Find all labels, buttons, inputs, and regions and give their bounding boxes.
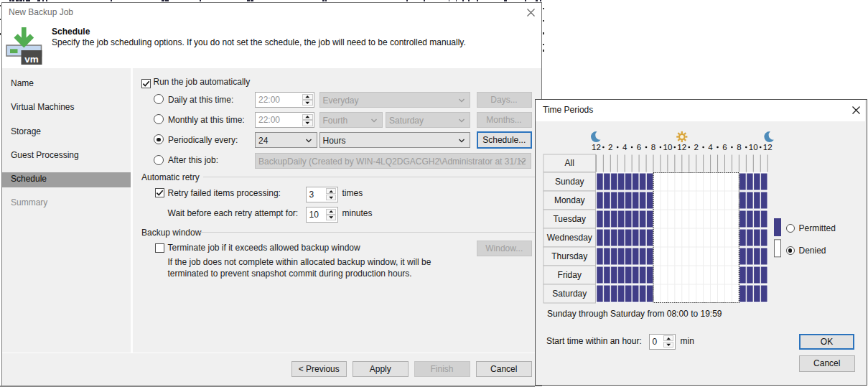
- svg-text:10: 10: [749, 142, 758, 151]
- svg-text:Saturday: Saturday: [552, 289, 587, 299]
- svg-text:4: 4: [622, 142, 627, 151]
- svg-text:10: 10: [663, 142, 672, 151]
- svg-text:2: 2: [694, 142, 698, 151]
- svg-text:6: 6: [722, 142, 727, 151]
- svg-text:8: 8: [737, 142, 741, 151]
- svg-text:Sunday: Sunday: [555, 177, 584, 187]
- svg-text:Friday: Friday: [558, 270, 582, 280]
- svg-text:12: 12: [592, 142, 601, 151]
- svg-text:2: 2: [608, 142, 612, 151]
- svg-text:12: 12: [763, 142, 773, 151]
- svg-text:12: 12: [677, 142, 686, 151]
- svg-text:Tuesday: Tuesday: [553, 214, 586, 224]
- svg-text:6: 6: [637, 142, 641, 151]
- svg-text:8: 8: [651, 142, 655, 151]
- svg-text:4: 4: [708, 142, 713, 151]
- svg-text:Monday: Monday: [554, 195, 585, 205]
- svg-text:Wednesday: Wednesday: [547, 233, 592, 243]
- svg-text:Thursday: Thursday: [551, 251, 587, 261]
- svg-text:All: All: [565, 158, 574, 168]
